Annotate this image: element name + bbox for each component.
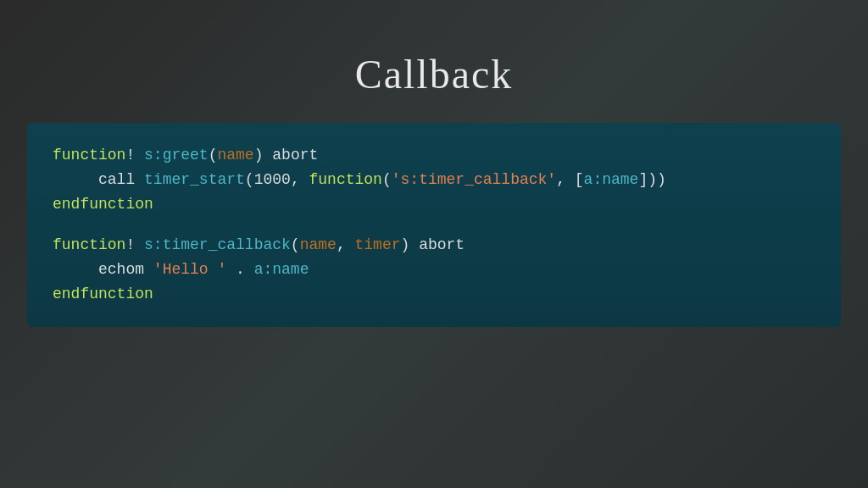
code-token: , (291, 171, 309, 188)
code-token: 'Hello ' (153, 261, 226, 278)
code-token: 1000 (254, 171, 291, 188)
title-section: Callback (355, 51, 514, 97)
code-token: endfunction (53, 286, 153, 302)
code-token: name (300, 236, 337, 253)
code-token: ! (125, 147, 144, 164)
code-token: call (53, 171, 144, 188)
code-token: , [ (556, 171, 583, 188)
code-token: timer (355, 236, 401, 253)
code-token: function (53, 147, 125, 164)
code-token: echom (53, 261, 153, 278)
code-block: function! s:greet(name) abort call timer… (27, 123, 841, 327)
code-token: timer_start (144, 171, 245, 188)
code-token: a:name (584, 171, 639, 188)
code-token: ])) (638, 171, 665, 188)
code-token: 's:timer_callback' (392, 171, 556, 188)
code-token: endfunction (53, 196, 153, 213)
code-token: ) (254, 147, 273, 164)
code-line: endfunction (53, 192, 815, 217)
code-token: name (217, 147, 253, 164)
code-line: function! s:greet(name) abort (53, 143, 815, 168)
code-token: s:timer_callback (144, 236, 291, 253)
code-token: ! (125, 236, 144, 253)
code-token: . (226, 261, 253, 278)
code-line: function! s:timer_callback(name, timer) … (53, 233, 815, 258)
code-line: call timer_start(1000, function('s:timer… (53, 168, 815, 192)
code-token: ( (245, 171, 254, 188)
code-token: ( (291, 236, 300, 253)
code-token: ( (209, 147, 218, 164)
code-token: function (53, 236, 125, 253)
code-token: , (337, 236, 355, 253)
code-blank-line (53, 216, 815, 233)
code-line: endfunction (53, 282, 815, 307)
code-token: abort (272, 147, 318, 164)
code-token: function (309, 171, 382, 188)
code-token: abort (419, 236, 465, 253)
code-token: a:name (254, 261, 309, 278)
code-line: echom 'Hello ' . a:name (53, 258, 815, 282)
code-token: ) (401, 236, 420, 253)
code-token: ( (382, 171, 392, 188)
code-token: s:greet (144, 147, 209, 164)
page-title: Callback (355, 51, 514, 97)
